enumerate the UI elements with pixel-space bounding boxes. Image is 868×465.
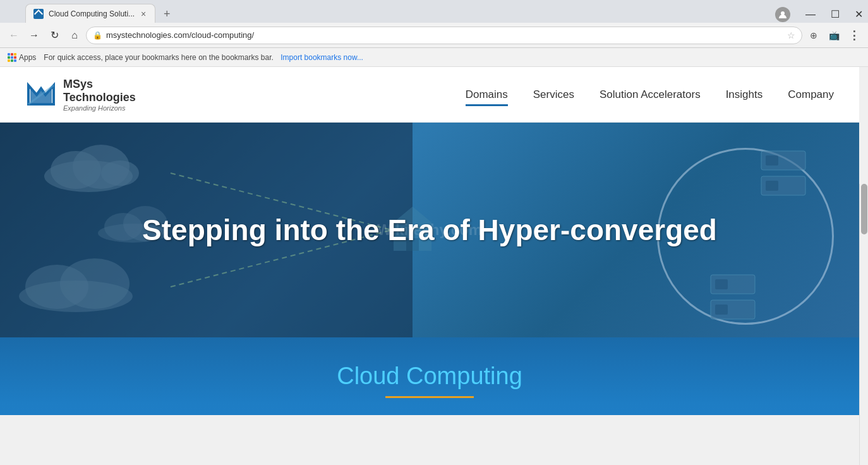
tab-close-button[interactable]: × — [140, 8, 147, 20]
logo-icon — [25, 79, 57, 111]
minimize-button[interactable]: — — [800, 6, 821, 23]
section-title: Cloud Computing — [38, 363, 821, 390]
apps-grid-icon — [8, 53, 16, 62]
address-bar[interactable]: 🔒 msystechnologies.com/cloud-computing/ … — [86, 27, 802, 44]
toolbar-right-buttons: ⊕ 📺 ⋮ — [805, 27, 863, 44]
page-scrollbar[interactable]: ▲ ▼ — [859, 184, 868, 465]
nav-link-company[interactable]: Company — [788, 83, 834, 106]
tab-title: Cloud Computing Soluti... — [49, 9, 135, 18]
window-controls: — ☐ ✕ — [775, 6, 868, 23]
active-tab[interactable]: Cloud Computing Soluti... × — [25, 4, 155, 23]
lock-icon: 🔒 — [93, 31, 102, 40]
url-display: msystechnologies.com/cloud-computing/ — [106, 30, 783, 40]
section-description: MSys has worked with customers to build … — [82, 411, 777, 415]
hero-section: Wikitechy.com Stepping into the Era of H… — [0, 123, 859, 337]
bookmarks-prompt: For quick access, place your bookmarks h… — [44, 53, 274, 62]
nav-link-services[interactable]: Services — [533, 83, 574, 106]
website-content: MSys Technologies Expanding Horizons Dom… — [0, 67, 859, 415]
import-bookmarks-link[interactable]: Import bookmarks now... — [280, 53, 363, 62]
menu-button[interactable]: ⋮ — [845, 27, 863, 44]
bookmark-star-icon[interactable]: ☆ — [787, 30, 795, 40]
hero-title: Stepping into the Era of Hyper-converged — [117, 213, 742, 247]
site-navigation: MSys Technologies Expanding Horizons Dom… — [0, 67, 859, 123]
main-navigation: Domains Services Solution Accelerators I… — [466, 83, 834, 106]
bookmarks-bar: Apps For quick access, place your bookma… — [0, 48, 868, 67]
back-button[interactable]: ← — [5, 27, 23, 44]
tab-bar: Cloud Computing Soluti... × + — ☐ ✕ — [0, 0, 868, 23]
logo-tagline: Expanding Horizons — [63, 104, 136, 112]
cloud-computing-section: Cloud Computing MSys has worked with cus… — [0, 337, 859, 415]
nav-link-insights[interactable]: Insights — [726, 83, 763, 106]
logo-text: MSys Technologies Expanding Horizons — [63, 78, 136, 112]
logo-company-name: MSys Technologies — [63, 78, 136, 104]
close-window-button[interactable]: ✕ — [850, 6, 868, 23]
apps-label: Apps — [19, 53, 36, 62]
zoom-button[interactable]: ⊕ — [805, 27, 823, 44]
cast-button[interactable]: 📺 — [825, 27, 843, 44]
browser-toolbar: ← → ↻ ⌂ 🔒 msystechnologies.com/cloud-com… — [0, 23, 868, 48]
forward-button[interactable]: → — [25, 27, 43, 44]
title-underline — [385, 396, 474, 398]
logo-area[interactable]: MSys Technologies Expanding Horizons — [25, 78, 136, 112]
hero-text-area: Stepping into the Era of Hyper-converged — [0, 123, 859, 337]
nav-link-solution-accelerators[interactable]: Solution Accelerators — [600, 83, 701, 106]
maximize-button[interactable]: ☐ — [826, 6, 845, 23]
apps-button[interactable]: Apps — [8, 53, 36, 62]
new-tab-button[interactable]: + — [158, 5, 176, 23]
scroll-thumb[interactable] — [861, 184, 867, 234]
nav-link-domains[interactable]: Domains — [466, 83, 508, 106]
reload-button[interactable]: ↻ — [45, 27, 63, 44]
home-button[interactable]: ⌂ — [66, 27, 83, 44]
user-icon — [775, 7, 790, 22]
